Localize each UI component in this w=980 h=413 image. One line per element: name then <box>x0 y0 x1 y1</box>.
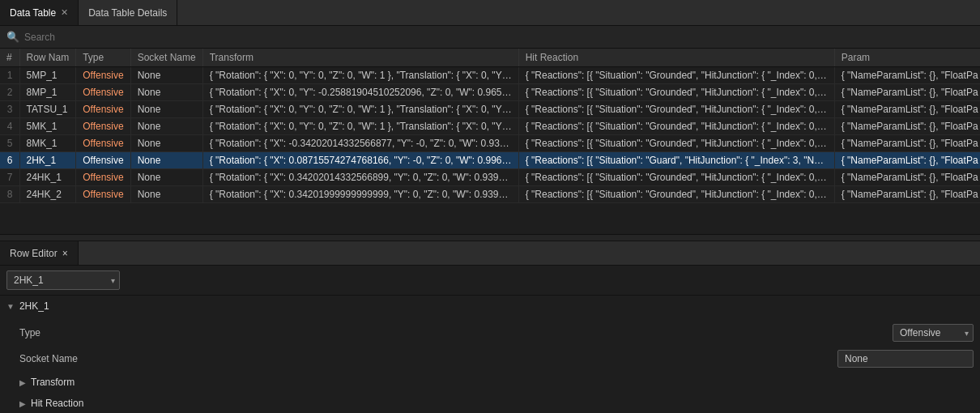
cell-socket-name: None <box>130 118 202 135</box>
transform-arrow-icon: ▶ <box>19 378 26 387</box>
cell-socket-name: None <box>130 84 202 101</box>
cell-type: Offensive <box>76 152 130 169</box>
cell-hit-reaction: { "Reactions": [{ "Situation": "Grounded… <box>518 67 834 84</box>
cell-param: { "NameParamList": {}, "FloatPa <box>834 152 980 169</box>
cell-transform: { "Rotation": { "X": 0.08715574274768166… <box>202 152 518 169</box>
cell-num: 7 <box>0 169 19 186</box>
cell-param: { "NameParamList": {}, "FloatPa <box>834 67 980 84</box>
cell-param: { "NameParamList": {}, "FloatPa <box>834 84 980 101</box>
cell-param: { "NameParamList": {}, "FloatPa <box>834 135 980 152</box>
cell-num: 4 <box>0 118 19 135</box>
hit-reaction-section-label: Hit Reaction <box>31 398 83 409</box>
search-icon: 🔍 <box>6 31 19 43</box>
cell-row-name: TATSU_1 <box>19 101 76 118</box>
table-row[interactable]: 8 24HK_2 Offensive None { "Rotation": { … <box>0 186 980 203</box>
search-input[interactable] <box>24 32 974 43</box>
cell-num: 6 <box>0 152 19 169</box>
cell-param: { "NameParamList": {}, "FloatPa <box>834 169 980 186</box>
row-selector-bar: 5MP_18MP_1TATSU_15MK_18MK_12HK_124HK_124… <box>0 266 980 296</box>
cell-transform: { "Rotation": { "X": -0.3420201433256687… <box>202 135 518 152</box>
field-type-select-wrap: OffensiveDefensiveNone ▾ <box>893 324 974 342</box>
table-row[interactable]: 1 5MP_1 Offensive None { "Rotation": { "… <box>0 67 980 84</box>
cell-hit-reaction: { "Reactions": [{ "Situation": "Grounded… <box>518 169 834 186</box>
root-section-label: 2HK_1 <box>19 300 49 312</box>
data-table: # Row Nam Type Socket Name Transform Hit… <box>0 49 980 203</box>
cell-row-name: 8MK_1 <box>19 135 76 152</box>
field-type-select[interactable]: OffensiveDefensiveNone <box>893 324 974 342</box>
cell-param: { "NameParamList": {}, "FloatPa <box>834 101 980 118</box>
cell-type: Offensive <box>76 67 130 84</box>
hit-reaction-section: ▶ Hit Reaction <box>13 393 980 413</box>
row-select-wrap: 5MP_18MP_1TATSU_15MK_18MK_12HK_124HK_124… <box>6 270 120 290</box>
cell-row-name: 5MP_1 <box>19 67 76 84</box>
cell-socket-name: None <box>130 152 202 169</box>
col-header-num: # <box>0 49 19 67</box>
cell-transform: { "Rotation": { "X": 0, "Y": 0, "Z": 0, … <box>202 101 518 118</box>
cell-num: 8 <box>0 186 19 203</box>
cell-hit-reaction: { "Reactions": [{ "Situation": "Guard", … <box>518 152 834 169</box>
cell-hit-reaction: { "Reactions": [{ "Situation": "Grounded… <box>518 101 834 118</box>
cell-row-name: 8MP_1 <box>19 84 76 101</box>
col-header-transform: Transform <box>202 49 518 67</box>
cell-transform: { "Rotation": { "X": 0, "Y": 0, "Z": 0, … <box>202 118 518 135</box>
table-row[interactable]: 4 5MK_1 Offensive None { "Rotation": { "… <box>0 118 980 135</box>
cell-type: Offensive <box>76 169 130 186</box>
col-header-hit-reaction: Hit Reaction <box>518 49 834 67</box>
table-row[interactable]: 2 8MP_1 Offensive None { "Rotation": { "… <box>0 84 980 101</box>
transform-section-header[interactable]: ▶ Transform <box>13 372 980 393</box>
cell-transform: { "Rotation": { "X": 0, "Y": -0.25881904… <box>202 84 518 101</box>
field-row-type: Type OffensiveDefensiveNone ▾ <box>13 320 980 346</box>
hit-reaction-section-header[interactable]: ▶ Hit Reaction <box>13 393 980 413</box>
col-header-type: Type <box>76 49 130 67</box>
cell-row-name: 24HK_1 <box>19 169 76 186</box>
cell-type: Offensive <box>76 84 130 101</box>
cell-socket-name: None <box>130 169 202 186</box>
row-editor-tab[interactable]: Row Editor × <box>0 241 79 265</box>
row-editor-tab-bar: Row Editor × <box>0 241 980 266</box>
table-row[interactable]: 7 24HK_1 Offensive None { "Rotation": { … <box>0 169 980 186</box>
cell-num: 2 <box>0 84 19 101</box>
cell-row-name: 5MK_1 <box>19 118 76 135</box>
table-row[interactable]: 3 TATSU_1 Offensive None { "Rotation": {… <box>0 101 980 118</box>
field-row-socket-name: Socket Name <box>13 346 980 372</box>
cell-transform: { "Rotation": { "X": 0.34202014332566899… <box>202 169 518 186</box>
hit-reaction-arrow-icon: ▶ <box>19 399 26 408</box>
cell-hit-reaction: { "Reactions": [{ "Situation": "Grounded… <box>518 84 834 101</box>
table-body: 1 5MP_1 Offensive None { "Rotation": { "… <box>0 67 980 203</box>
tab-data-table[interactable]: Data Table ✕ <box>0 0 79 25</box>
table-row[interactable]: 6 2HK_1 Offensive None { "Rotation": { "… <box>0 152 980 169</box>
row-editor-close[interactable]: × <box>62 248 68 259</box>
panel-divider <box>0 235 980 241</box>
row-select-dropdown[interactable]: 5MP_18MP_1TATSU_15MK_18MK_12HK_124HK_124… <box>6 270 120 290</box>
cell-socket-name: None <box>130 186 202 203</box>
tab-data-table-close[interactable]: ✕ <box>61 8 68 17</box>
field-socket-name-input[interactable] <box>837 350 974 368</box>
cell-hit-reaction: { "Reactions": [{ "Situation": "Grounded… <box>518 135 834 152</box>
col-header-param: Param <box>834 49 980 67</box>
tab-data-table-details-label: Data Table Details <box>88 7 167 19</box>
tab-data-table-label: Data Table <box>10 7 56 19</box>
cell-transform: { "Rotation": { "X": 0, "Y": 0, "Z": 0, … <box>202 67 518 84</box>
cell-param: { "NameParamList": {}, "FloatPa <box>834 186 980 203</box>
cell-socket-name: None <box>130 67 202 84</box>
root-arrow-icon: ▼ <box>6 302 15 311</box>
cell-socket-name: None <box>130 101 202 118</box>
cell-num: 5 <box>0 135 19 152</box>
cell-row-name: 2HK_1 <box>19 152 76 169</box>
root-section: ▼ 2HK_1 Type OffensiveDefensiveNone ▾ So… <box>0 296 980 413</box>
col-header-row-name: Row Nam <box>19 49 76 67</box>
cell-type: Offensive <box>76 186 130 203</box>
field-label-socket-name: Socket Name <box>19 353 117 364</box>
cell-type: Offensive <box>76 135 130 152</box>
cell-hit-reaction: { "Reactions": [{ "Situation": "Grounded… <box>518 186 834 203</box>
transform-section: ▶ Transform <box>13 372 980 393</box>
root-section-header[interactable]: ▼ 2HK_1 <box>0 296 980 317</box>
cell-socket-name: None <box>130 135 202 152</box>
transform-section-label: Transform <box>31 377 75 388</box>
tab-data-table-details[interactable]: Data Table Details <box>79 0 177 25</box>
cell-row-name: 24HK_2 <box>19 186 76 203</box>
root-section-content: Type OffensiveDefensiveNone ▾ Socket Nam… <box>0 317 980 413</box>
cell-type: Offensive <box>76 101 130 118</box>
cell-num: 1 <box>0 67 19 84</box>
table-row[interactable]: 5 8MK_1 Offensive None { "Rotation": { "… <box>0 135 980 152</box>
